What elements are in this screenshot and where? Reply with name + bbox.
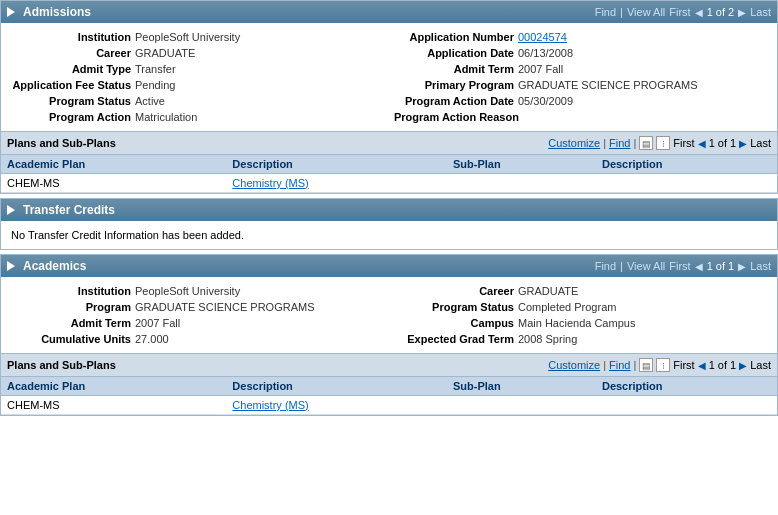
academics-header-left: Academics bbox=[7, 259, 86, 273]
admissions-plans-desc-0[interactable]: Chemistry (MS) bbox=[226, 174, 447, 193]
admissions-last-link[interactable]: Last bbox=[750, 6, 771, 18]
field-institution: Institution PeopleSoft University bbox=[11, 29, 384, 45]
academics-view-all-link[interactable]: View All bbox=[627, 260, 665, 272]
app-fee-status-value: Pending bbox=[135, 79, 175, 91]
admissions-plans-find[interactable]: Find bbox=[609, 137, 630, 149]
field-admit-type: Admit Type Transfer bbox=[11, 61, 384, 77]
admissions-nav: Find | View All First ◀ 1 of 2 ▶ Last bbox=[595, 6, 771, 18]
admissions-plans-table: Academic Plan Description Sub-Plan Descr… bbox=[1, 155, 777, 193]
academics-prev-arrow[interactable]: ◀ bbox=[695, 261, 703, 272]
collapse-icon[interactable] bbox=[7, 7, 15, 17]
academics-plans-last[interactable]: Last bbox=[750, 359, 771, 371]
career-value: GRADUATE bbox=[135, 47, 195, 59]
acad-institution-value: PeopleSoft University bbox=[135, 285, 240, 297]
academics-plans-title: Plans and Sub-Plans bbox=[7, 359, 116, 371]
acad-admit-term-value: 2007 Fall bbox=[135, 317, 180, 329]
academics-next-arrow[interactable]: ▶ bbox=[738, 261, 746, 272]
academics-plans-desc-0[interactable]: Chemistry (MS) bbox=[226, 396, 447, 415]
field-primary-program: Primary Program GRADUATE SCIENCE PROGRAM… bbox=[394, 77, 767, 93]
transfer-credits-header: Transfer Credits bbox=[1, 199, 777, 221]
transfer-credits-message: No Transfer Credit Information has been … bbox=[11, 229, 244, 241]
admissions-plans-icon1[interactable]: ▤ bbox=[639, 136, 653, 150]
admissions-first-link[interactable]: First bbox=[669, 6, 690, 18]
academics-right-fields: Career GRADUATE Program Status Completed… bbox=[394, 283, 767, 347]
academics-collapse-icon[interactable] bbox=[7, 261, 15, 271]
admissions-header: Admissions Find | View All First ◀ 1 of … bbox=[1, 1, 777, 23]
admissions-next-arrow[interactable]: ▶ bbox=[738, 7, 746, 18]
acad-cumulative-units-label: Cumulative Units bbox=[11, 333, 131, 345]
acad-field-expected-grad-term: Expected Grad Term 2008 Spring bbox=[394, 331, 767, 347]
field-admit-term: Admit Term 2007 Fall bbox=[394, 61, 767, 77]
field-app-fee-status: Application Fee Status Pending bbox=[11, 77, 384, 93]
program-action-date-value: 05/30/2009 bbox=[518, 95, 573, 107]
academics-title: Academics bbox=[23, 259, 86, 273]
admissions-prev-arrow[interactable]: ◀ bbox=[695, 7, 703, 18]
admissions-plans-col-description: Description bbox=[226, 155, 447, 174]
acad-program-label: Program bbox=[11, 301, 131, 313]
admissions-plans-academic-plan-0: CHEM-MS bbox=[1, 174, 226, 193]
admissions-plans-customize[interactable]: Customize bbox=[548, 137, 600, 149]
program-status-label: Program Status bbox=[11, 95, 131, 107]
acad-field-program: Program GRADUATE SCIENCE PROGRAMS bbox=[11, 299, 384, 315]
acad-expected-grad-term-label: Expected Grad Term bbox=[394, 333, 514, 345]
admissions-plans-prev[interactable]: ◀ bbox=[698, 138, 706, 149]
acad-admit-term-label: Admit Term bbox=[11, 317, 131, 329]
acad-cumulative-units-value: 27.000 bbox=[135, 333, 169, 345]
career-label: Career bbox=[11, 47, 131, 59]
academics-last-link[interactable]: Last bbox=[750, 260, 771, 272]
field-program-action-date: Program Action Date 05/30/2009 bbox=[394, 93, 767, 109]
acad-field-institution: Institution PeopleSoft University bbox=[11, 283, 384, 299]
academics-first-link[interactable]: First bbox=[669, 260, 690, 272]
transfer-collapse-icon[interactable] bbox=[7, 205, 15, 215]
academics-plans-icon2[interactable]: ⁝ bbox=[656, 358, 670, 372]
academics-section: Academics Find | View All First ◀ 1 of 1… bbox=[0, 254, 778, 416]
admissions-plans-col-sub-plan: Sub-Plan bbox=[447, 155, 596, 174]
institution-value: PeopleSoft University bbox=[135, 31, 240, 43]
admissions-plans-icon2[interactable]: ⁝ bbox=[656, 136, 670, 150]
field-app-number: Application Number 00024574 bbox=[394, 29, 767, 45]
academics-nav-count: 1 of 1 bbox=[707, 260, 735, 272]
academics-plans-prev[interactable]: ◀ bbox=[698, 360, 706, 371]
admissions-plans-first[interactable]: First bbox=[673, 137, 694, 149]
acad-expected-grad-term-value: 2008 Spring bbox=[518, 333, 577, 345]
acad-field-program-status: Program Status Completed Program bbox=[394, 299, 767, 315]
admissions-find-link[interactable]: Find bbox=[595, 6, 616, 18]
institution-label: Institution bbox=[11, 31, 131, 43]
academics-fields: Institution PeopleSoft University Progra… bbox=[1, 277, 777, 353]
academics-plans-icon1[interactable]: ▤ bbox=[639, 358, 653, 372]
field-app-date: Application Date 06/13/2008 bbox=[394, 45, 767, 61]
academics-find-link[interactable]: Find bbox=[595, 260, 616, 272]
transfer-credits-header-left: Transfer Credits bbox=[7, 203, 115, 217]
admissions-left-fields: Institution PeopleSoft University Career… bbox=[11, 29, 384, 125]
admissions-plans-col-sub-description: Description bbox=[596, 155, 777, 174]
program-action-date-label: Program Action Date bbox=[394, 95, 514, 107]
acad-field-campus: Campus Main Hacienda Campus bbox=[394, 315, 767, 331]
academics-nav: Find | View All First ◀ 1 of 1 ▶ Last bbox=[595, 260, 771, 272]
academics-plans-customize[interactable]: Customize bbox=[548, 359, 600, 371]
admissions-plans-last[interactable]: Last bbox=[750, 137, 771, 149]
acad-campus-label: Campus bbox=[394, 317, 514, 329]
field-program-status: Program Status Active bbox=[11, 93, 384, 109]
admissions-plans-row-0: CHEM-MS Chemistry (MS) bbox=[1, 174, 777, 193]
admissions-plans-next[interactable]: ▶ bbox=[739, 138, 747, 149]
primary-program-label: Primary Program bbox=[394, 79, 514, 91]
program-action-value: Matriculation bbox=[135, 111, 197, 123]
acad-career-label: Career bbox=[394, 285, 514, 297]
academics-plans-find[interactable]: Find bbox=[609, 359, 630, 371]
admissions-plans-col-academic-plan: Academic Plan bbox=[1, 155, 226, 174]
field-program-action-reason: Program Action Reason bbox=[394, 109, 767, 125]
app-number-value[interactable]: 00024574 bbox=[518, 31, 567, 43]
admissions-plans-subgrid-header: Plans and Sub-Plans Customize | Find | ▤… bbox=[1, 131, 777, 155]
admissions-right-fields: Application Number 00024574 Application … bbox=[394, 29, 767, 125]
acad-field-career: Career GRADUATE bbox=[394, 283, 767, 299]
transfer-credits-content: No Transfer Credit Information has been … bbox=[1, 221, 777, 249]
program-status-value: Active bbox=[135, 95, 165, 107]
academics-header: Academics Find | View All First ◀ 1 of 1… bbox=[1, 255, 777, 277]
field-program-action: Program Action Matriculation bbox=[11, 109, 384, 125]
academics-plans-next[interactable]: ▶ bbox=[739, 360, 747, 371]
admit-type-value: Transfer bbox=[135, 63, 176, 75]
app-number-label: Application Number bbox=[394, 31, 514, 43]
academics-plans-first[interactable]: First bbox=[673, 359, 694, 371]
academics-plans-col-description: Description bbox=[226, 377, 447, 396]
admissions-view-all-link[interactable]: View All bbox=[627, 6, 665, 18]
